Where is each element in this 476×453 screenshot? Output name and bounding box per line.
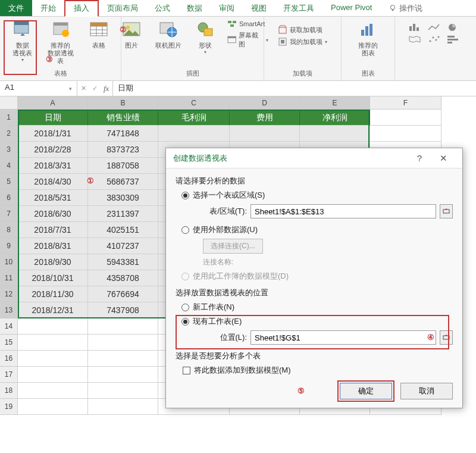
fx-icon[interactable]: fx <box>104 84 109 93</box>
range-input[interactable] <box>250 204 436 218</box>
tab-developer[interactable]: 开发工具 <box>275 0 322 16</box>
cell[interactable]: 7437908 <box>88 302 158 318</box>
row-header[interactable]: 13 <box>0 302 18 318</box>
tab-home[interactable]: 开始 <box>32 0 64 16</box>
column-header[interactable]: A <box>18 96 88 110</box>
row-header[interactable]: 2 <box>0 126 18 142</box>
cell[interactable] <box>370 110 441 126</box>
row-header[interactable]: 18 <box>0 383 18 399</box>
name-box[interactable]: A1▾ <box>0 81 77 96</box>
recommended-charts-button[interactable]: 推荐的图表 <box>353 19 384 57</box>
help-button[interactable]: ? <box>408 153 431 163</box>
cell[interactable] <box>158 126 230 142</box>
row-header[interactable]: 6 <box>0 190 18 206</box>
column-header[interactable]: D <box>230 96 300 110</box>
range-ref-button[interactable] <box>440 204 453 218</box>
tab-data[interactable]: 数据 <box>178 0 211 16</box>
row-header[interactable]: 15 <box>0 335 18 351</box>
tab-formulas[interactable]: 公式 <box>146 0 178 16</box>
cell[interactable] <box>88 335 158 351</box>
cell[interactable] <box>88 351 158 367</box>
cell[interactable] <box>370 126 441 142</box>
cell[interactable] <box>88 318 158 335</box>
cell[interactable]: 4025151 <box>88 222 158 238</box>
tab-page-layout[interactable]: 页面布局 <box>99 0 146 16</box>
cell[interactable]: 2018/4/30 <box>18 174 88 190</box>
location-ref-button[interactable] <box>440 330 453 345</box>
radio-existing-sheet[interactable]: 现有工作表(E) <box>181 316 453 327</box>
table-header-cell[interactable]: 日期 <box>18 110 88 126</box>
cell[interactable] <box>18 335 88 351</box>
row-header[interactable]: 5 <box>0 174 18 190</box>
cell[interactable]: 4107237 <box>88 238 158 254</box>
tell-me[interactable]: 操作说 <box>380 0 431 16</box>
tab-view[interactable]: 视图 <box>243 0 275 16</box>
cell[interactable]: 2018/12/31 <box>18 302 88 318</box>
map-chart-icon[interactable] <box>408 35 424 44</box>
cell[interactable] <box>300 126 370 142</box>
cell[interactable]: 8373723 <box>88 142 158 158</box>
row-header[interactable]: 3 <box>0 142 18 158</box>
online-picture-button[interactable]: 联机图片 <box>154 19 183 55</box>
table-header-cell[interactable]: 毛利润 <box>158 110 230 126</box>
cell[interactable]: 2018/10/31 <box>18 270 88 286</box>
pie-chart-icon[interactable] <box>446 23 462 32</box>
get-addins-button[interactable]: 获取加载项 <box>278 25 327 35</box>
cell[interactable]: 2018/1/31 <box>18 126 88 142</box>
row-header[interactable]: 17 <box>0 367 18 383</box>
cell[interactable]: 2018/5/31 <box>18 190 88 206</box>
cell[interactable]: 4358708 <box>88 270 158 286</box>
row-header[interactable]: 12 <box>0 286 18 302</box>
cell[interactable] <box>88 367 158 383</box>
tab-file[interactable]: 文件 <box>0 0 32 16</box>
row-header[interactable]: 4 <box>0 158 18 174</box>
bar-chart-icon[interactable] <box>446 35 462 44</box>
column-header[interactable]: C <box>158 96 230 110</box>
cell[interactable]: 5686737 <box>88 174 158 190</box>
row-header[interactable]: 11 <box>0 270 18 286</box>
cell[interactable]: 1887058 <box>88 158 158 174</box>
tab-power-pivot[interactable]: Power Pivot <box>322 0 380 16</box>
column-header[interactable]: E <box>300 96 370 110</box>
checkbox-add-data-model[interactable]: 将此数据添加到数据模型(M) <box>183 365 453 376</box>
cell[interactable]: 2018/2/28 <box>18 142 88 158</box>
pivot-table-button[interactable]: 数据透视表 ▾ <box>7 19 38 65</box>
close-button[interactable]: ✕ <box>431 153 455 164</box>
row-header[interactable]: 7 <box>0 206 18 222</box>
scatter-chart-icon[interactable] <box>427 35 443 44</box>
smartart-button[interactable]: SmartArt <box>227 19 268 29</box>
column-header[interactable]: B <box>88 96 158 110</box>
cell[interactable] <box>18 351 88 367</box>
cell[interactable]: 2018/7/31 <box>18 222 88 238</box>
cancel-button[interactable]: 取消 <box>400 383 453 399</box>
cell[interactable]: 2018/6/30 <box>18 206 88 222</box>
table-header-cell[interactable]: 销售业绩 <box>88 110 158 126</box>
cell[interactable]: 7471848 <box>88 126 158 142</box>
select-all-corner[interactable] <box>0 96 18 110</box>
cell[interactable]: 2311397 <box>88 206 158 222</box>
row-header[interactable]: 10 <box>0 254 18 270</box>
cell[interactable]: 7676694 <box>88 286 158 302</box>
column-header[interactable]: F <box>370 96 441 110</box>
shapes-button[interactable]: 形状 ▾ <box>190 19 220 55</box>
line-chart-icon[interactable] <box>427 23 443 32</box>
formula-input[interactable]: 日期 <box>113 81 476 96</box>
cancel-formula-icon[interactable]: ✕ <box>81 85 86 92</box>
table-header-cell[interactable]: 费用 <box>230 110 300 126</box>
tab-review[interactable]: 审阅 <box>211 0 243 16</box>
cell[interactable] <box>88 383 158 399</box>
cell[interactable]: 2018/11/30 <box>18 286 88 302</box>
cell[interactable]: 2018/8/31 <box>18 238 88 254</box>
cell[interactable] <box>18 383 88 399</box>
table-button[interactable]: 表格 <box>83 19 114 65</box>
radio-new-sheet[interactable]: 新工作表(N) <box>181 302 453 313</box>
cell[interactable]: 2018/3/31 <box>18 158 88 174</box>
cell[interactable] <box>230 126 300 142</box>
cell[interactable]: 2018/9/30 <box>18 254 88 270</box>
chevron-down-icon[interactable]: ▾ <box>69 86 72 92</box>
ok-button[interactable]: 确定 <box>340 383 392 399</box>
radio-external-source[interactable]: 使用外部数据源(U) <box>181 224 453 235</box>
accept-formula-icon[interactable]: ✓ <box>92 85 98 92</box>
cell[interactable] <box>18 399 88 415</box>
my-addins-button[interactable]: 我的加载项 ▾ <box>278 37 327 46</box>
